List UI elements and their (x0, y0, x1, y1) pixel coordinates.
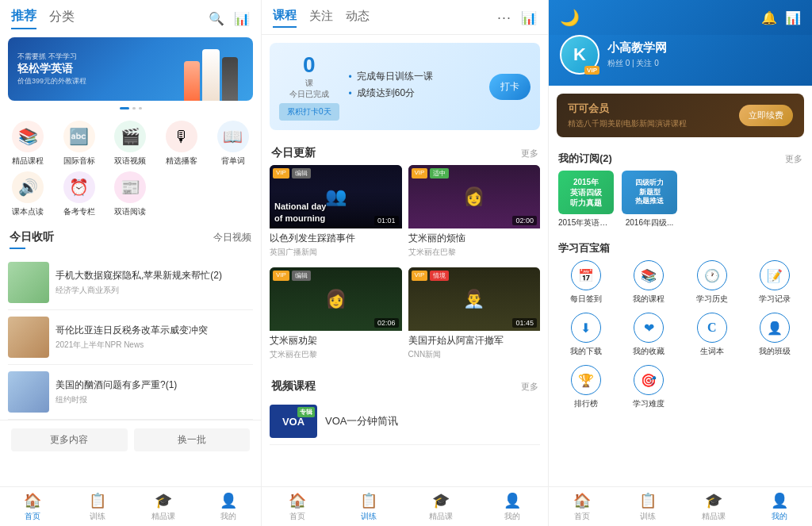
video-course-more[interactable]: 更多 (521, 381, 538, 393)
left-nav-home[interactable]: 🏠 首页 (0, 487, 65, 526)
vip-title: 可可会员 (568, 102, 687, 116)
mid-nav-mine[interactable]: 👤 我的 (477, 487, 548, 526)
right-header-icons: 🔔 📊 (761, 10, 801, 25)
tab-dynamic[interactable]: 动态 (346, 9, 370, 27)
course-unit: 课 (279, 78, 339, 89)
tool-label-my-course: 我的课程 (633, 294, 665, 305)
right-nav-premium[interactable]: 🎓 精品课 (680, 487, 746, 526)
mid-nav-home[interactable]: 🏠 首页 (262, 487, 333, 526)
video-card-3[interactable]: 👩 VIP 编辑 02:06 艾米丽劝架 艾米丽在巴黎 (270, 267, 402, 363)
tool-label-ranking: 排行榜 (574, 398, 598, 409)
tool-label-difficulty: 学习难度 (633, 398, 665, 409)
sub-item-1[interactable]: 2015年英语四级听力真题 2015年英语四... (558, 171, 614, 228)
video-card-1[interactable]: 👥 VIP 编辑 National dayof mourning 01:01 以… (270, 165, 402, 261)
tab-follow[interactable]: 关注 (309, 9, 333, 27)
today-update-more[interactable]: 更多 (521, 148, 538, 159)
mid-nav-train[interactable]: 📋 训练 (333, 487, 404, 526)
audio-item-3[interactable]: 美国的酗酒问题有多严重?(1) 纽约时报 (8, 365, 253, 420)
tab-course[interactable]: 课程 (273, 8, 297, 28)
tool-label-history: 学习历史 (696, 294, 728, 305)
right-panel: 🌙 🔔 📊 K VIP 小高教学网 粉丝 0 | 关注 0 可可会员 精选八千期… (549, 0, 812, 526)
tool-wordbook[interactable]: C 生词本 (684, 313, 740, 357)
tool-ranking[interactable]: 🏆 排行榜 (558, 365, 614, 409)
sub-name-2: 2016年四级... (622, 217, 677, 228)
tool-label-download: 我的下载 (570, 346, 602, 357)
icon-bilingual-video[interactable]: 🎬 双语视频 (107, 121, 154, 167)
task-2: 成绩达到60分 (349, 86, 480, 100)
audio-item-1[interactable]: 手机大数据窥探隐私,苹果新规来帮忙(2) 经济学人商业系列 (8, 255, 253, 310)
vip-renew-button[interactable]: 立即续费 (739, 105, 793, 126)
voa-course-item[interactable]: VOA 专辑 VOA一分钟简讯 (270, 398, 540, 445)
right-nav-home[interactable]: 🏠 首页 (549, 487, 615, 526)
video-card-4[interactable]: 👨‍💼 VIP 情境 01:45 美国开始从阿富汗撤军 CNN新闻 (408, 267, 541, 363)
right-stats-icon[interactable]: 📊 (785, 10, 801, 25)
icon-vocabulary[interactable]: 📖 背单词 (209, 121, 256, 167)
toolbox-grid: 📅 每日签到 📚 我的课程 🕐 学习历史 📝 学习记录 ⬇ 我的下载 (558, 260, 802, 409)
tool-favorites[interactable]: ❤ 我的收藏 (622, 313, 677, 357)
left-nav-train[interactable]: 📋 训练 (65, 487, 130, 526)
tool-my-course[interactable]: 📚 我的课程 (622, 260, 677, 305)
task-1: 完成每日训练一课 (349, 70, 480, 83)
middle-stats-icon[interactable]: 📊 (521, 10, 537, 25)
more-content-btn[interactable]: 更多内容 (11, 428, 128, 451)
notification-icon[interactable]: 🔔 (761, 10, 777, 25)
tool-label-favorites: 我的收藏 (633, 346, 665, 357)
mid-train-icon: 📋 (360, 492, 377, 509)
course-tasks: 完成每日训练一课 成绩达到60分 (349, 70, 480, 103)
video-card-2[interactable]: 👩 VIP 适中 02:00 艾米丽的烦恼 艾米丽在巴黎 (408, 165, 541, 261)
course-sub-label: 今日已完成 (279, 89, 339, 100)
sub-more[interactable]: 更多 (785, 153, 802, 165)
video-thumb-1: 👥 VIP 编辑 National dayof mourning 01:01 (270, 165, 402, 228)
sub-thumb-text-1: 2015年英语四级听力真题 (558, 171, 614, 214)
toolbox: 学习百宝箱 📅 每日签到 📚 我的课程 🕐 学习历史 📝 学习记录 (549, 235, 812, 416)
audio-item-2[interactable]: 哥伦比亚连日反税务改革示威变冲突 2021年上半年NPR News (8, 310, 253, 365)
icon-textbook[interactable]: 🔊 课本点读 (5, 171, 52, 217)
search-icon[interactable]: 🔍 (209, 11, 224, 26)
right-home-icon: 🏠 (573, 492, 591, 509)
tool-download[interactable]: ⬇ 我的下载 (558, 313, 614, 357)
tab-category[interactable]: 分类 (49, 9, 75, 29)
sub-item-2[interactable]: 四级听力新题型热题推送 2016年四级... (622, 171, 677, 228)
tool-daily-checkin[interactable]: 📅 每日签到 (558, 260, 614, 305)
icon-phonetics[interactable]: 🔤 国际音标 (56, 121, 103, 167)
left-nav-premium[interactable]: 🎓 精品课 (131, 487, 196, 526)
audio-info-1: 手机大数据窥探隐私,苹果新规来帮忙(2) 经济学人商业系列 (56, 269, 253, 296)
tab-recommend[interactable]: 推荐 (11, 8, 36, 29)
home-icon: 🏠 (24, 492, 41, 509)
stats-icon[interactable]: 📊 (234, 11, 250, 26)
premium-icon: 🎓 (155, 492, 172, 509)
voa-badge: VOA 专辑 (270, 405, 317, 438)
audio-title-1: 手机大数据窥探隐私,苹果新规来帮忙(2) (56, 269, 253, 282)
video-2-info: 艾米丽的烦恼 艾米丽在巴黎 (408, 228, 541, 261)
checkin-button[interactable]: 打卡 (489, 74, 530, 100)
right-nav-train[interactable]: 📋 训练 (615, 487, 680, 526)
icon-podcast[interactable]: 🎙 精选播客 (159, 121, 205, 167)
right-nav-mine[interactable]: 👤 我的 (746, 487, 812, 526)
voa-info: VOA一分钟简讯 (325, 414, 398, 428)
video-3-info: 艾米丽劝架 艾米丽在巴黎 (270, 331, 402, 363)
more-icon[interactable]: ··· (497, 10, 511, 26)
toolbox-title: 学习百宝箱 (558, 235, 802, 260)
middle-scroll: 0 课 今日已完成 累积打卡0天 完成每日训练一课 成绩达到60分 打卡 今日更… (262, 35, 548, 486)
icon-premium-course[interactable]: 📚 精品课程 (5, 121, 52, 167)
vip-info: 可可会员 精选八千期美剧电影新闻演讲课程 (568, 102, 687, 129)
right-scroll: 可可会员 精选八千期美剧电影新闻演讲课程 立即续费 我的订阅(2) 更多 201… (549, 86, 812, 486)
tool-record[interactable]: 📝 学习记录 (748, 260, 803, 305)
tool-difficulty[interactable]: 🎯 学习难度 (622, 365, 677, 409)
audio-title-2: 哥伦比亚连日反税务改革示威变冲突 (56, 324, 253, 337)
class-icon: 👤 (760, 313, 790, 343)
icon-bilingual-reading[interactable]: 📰 双语阅读 (107, 171, 154, 217)
tool-history[interactable]: 🕐 学习历史 (684, 260, 740, 305)
left-nav-mine[interactable]: 👤 我的 (196, 487, 261, 526)
video-1-title: 以色列发生踩踏事件 (270, 232, 402, 245)
vip-desc: 精选八千期美剧电影新闻演讲课程 (568, 118, 687, 129)
premium-label: 精品课 (151, 511, 175, 522)
course-number: 0 (279, 52, 339, 78)
tool-class[interactable]: 👤 我的班级 (748, 313, 803, 357)
left-scroll: 不需要抓 不学学习 轻松学英语 价值399元的外教课程 📚 (0, 29, 261, 486)
banner[interactable]: 不需要抓 不学学习 轻松学英语 价值399元的外教课程 (8, 37, 253, 101)
icon-exam[interactable]: ⏰ 备考专栏 (56, 171, 103, 217)
mid-nav-premium[interactable]: 🎓 精品课 (405, 487, 477, 526)
audio-sub-2: 2021年上半年NPR News (56, 340, 253, 351)
change-batch-btn[interactable]: 换一批 (134, 428, 251, 451)
